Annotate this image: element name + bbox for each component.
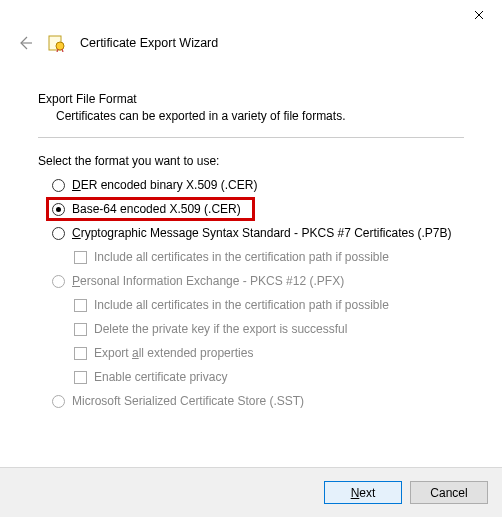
back-button[interactable] — [16, 34, 34, 52]
option-pfx-extended: Export all extended properties — [74, 346, 464, 360]
option-label: Export all extended properties — [94, 346, 253, 360]
arrow-left-icon — [17, 35, 33, 51]
option-label: Delete the private key if the export is … — [94, 322, 347, 336]
section-desc: Certificates can be exported in a variet… — [38, 109, 464, 123]
radio-icon — [52, 203, 65, 216]
option-pkcs7[interactable]: Cryptographic Message Syntax Standard - … — [52, 226, 464, 240]
wizard-footer: Next Cancel — [0, 467, 502, 517]
option-base64[interactable]: Base-64 encoded X.509 (.CER) — [52, 202, 464, 216]
svg-point-1 — [56, 42, 64, 50]
option-label: DER encoded binary X.509 (.CER) — [72, 178, 257, 192]
option-pfx-include: Include all certificates in the certific… — [74, 298, 464, 312]
radio-icon — [52, 275, 65, 288]
radio-icon — [52, 227, 65, 240]
option-sst: Microsoft Serialized Certificate Store (… — [52, 394, 464, 408]
titlebar — [0, 0, 502, 30]
option-label: Include all certificates in the certific… — [94, 298, 389, 312]
option-der[interactable]: DER encoded binary X.509 (.CER) — [52, 178, 464, 192]
divider — [38, 137, 464, 138]
next-button[interactable]: Next — [324, 481, 402, 504]
wizard-title: Certificate Export Wizard — [80, 36, 218, 50]
close-icon — [474, 10, 484, 20]
radio-icon — [52, 395, 65, 408]
checkbox-icon — [74, 323, 87, 336]
option-label: Enable certificate privacy — [94, 370, 227, 384]
checkbox-icon — [74, 299, 87, 312]
option-label: Base-64 encoded X.509 (.CER) — [72, 202, 241, 216]
checkbox-icon — [74, 347, 87, 360]
option-label: Personal Information Exchange - PKCS #12… — [72, 274, 344, 288]
option-pfx: Personal Information Exchange - PKCS #12… — [52, 274, 464, 288]
format-options: DER encoded binary X.509 (.CER) Base-64 … — [38, 178, 464, 408]
option-label: Include all certificates in the certific… — [94, 250, 389, 264]
select-label: Select the format you want to use: — [38, 154, 464, 168]
section-title: Export File Format — [38, 92, 464, 106]
wizard-header: Certificate Export Wizard — [0, 30, 502, 58]
option-pfx-privacy: Enable certificate privacy — [74, 370, 464, 384]
option-pfx-delete: Delete the private key if the export is … — [74, 322, 464, 336]
checkbox-icon — [74, 371, 87, 384]
option-label: Cryptographic Message Syntax Standard - … — [72, 226, 452, 240]
radio-icon — [52, 179, 65, 192]
wizard-body: Export File Format Certificates can be e… — [0, 58, 502, 408]
option-label: Microsoft Serialized Certificate Store (… — [72, 394, 304, 408]
certificate-icon — [48, 34, 66, 52]
cancel-button[interactable]: Cancel — [410, 481, 488, 504]
option-pkcs7-include: Include all certificates in the certific… — [74, 250, 464, 264]
close-button[interactable] — [456, 0, 502, 30]
checkbox-icon — [74, 251, 87, 264]
